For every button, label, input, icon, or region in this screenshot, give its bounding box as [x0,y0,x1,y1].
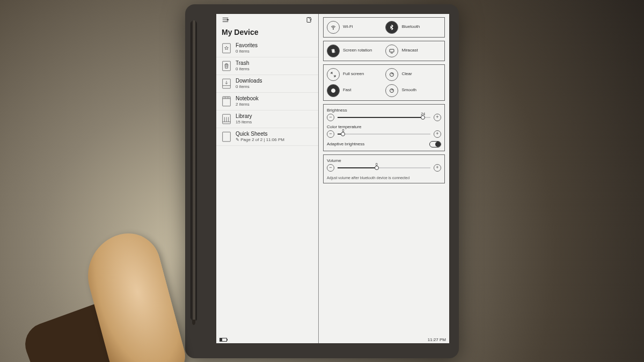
colortemp-plus-button[interactable]: + [434,130,441,138]
rotation-icon [327,45,340,57]
folder-text: Downloads 0 items [236,78,262,90]
folder-sub: 0 items [236,49,258,54]
brightness-minus-button[interactable]: − [327,114,334,121]
colortemp-slider[interactable]: 0 [338,134,430,135]
folder-sub: 2 items [236,102,259,107]
brightness-slider[interactable]: 24 [338,117,430,118]
refresh-panel: Full screen Clear Fast [323,64,445,101]
miracast-label: Miracast [401,48,418,53]
volume-plus-button[interactable]: + [434,164,441,172]
brightness-plus-button[interactable]: + [434,114,441,121]
left-topbar [216,14,318,26]
screen: My Device Favorites 0 items [216,14,449,343]
star-folder-icon [222,42,231,54]
fullscreen-label: Full screen [343,72,364,77]
folder-downloads[interactable]: Downloads 0 items [216,75,318,93]
folder-list: Favorites 0 items Trash 0 items [216,40,318,146]
page-title: My Device [216,26,318,40]
volume-value: 0 [376,162,378,166]
volume-label: Volume [327,158,441,163]
adaptive-label: Adaptive brightness [327,142,364,146]
left-pane: My Device Favorites 0 items [216,14,319,343]
fast-label: Fast [343,88,352,93]
svg-rect-9 [390,49,394,52]
folder-sub: ✎ Page 2 of 2 | 11:06 PM [236,137,284,143]
folder-text: Favorites 0 items [236,42,258,54]
fullscreen-toggle[interactable]: Full screen [327,68,383,81]
folder-name: Favorites [236,42,258,49]
notebook-folder-icon [222,95,231,107]
svg-rect-8 [332,49,334,53]
svg-rect-6 [223,132,231,142]
status-bar: 11:27 PM [216,337,449,343]
fast-icon [327,84,340,97]
folder-text: Quick Sheets ✎ Page 2 of 2 | 11:06 PM [236,131,284,143]
fullscreen-icon [327,68,340,81]
brightness-value: 24 [421,112,425,116]
trash-folder-icon [222,60,231,72]
sheet-folder-icon [222,131,231,143]
new-note-icon[interactable] [304,15,314,25]
folder-trash[interactable]: Trash 0 items [216,57,318,75]
folder-name: Library [236,113,252,120]
brightness-block: Brightness − 24 + [327,108,441,121]
rotation-label: Screen rotation [343,48,372,53]
clear-toggle[interactable]: Clear [385,68,441,81]
wifi-toggle[interactable]: Wi-Fi [327,21,383,34]
volume-hint: Adjust volume after bluetooth device is … [327,176,441,180]
wifi-label: Wi-Fi [343,25,353,29]
folder-sub: 15 items [236,120,252,125]
fast-toggle[interactable]: Fast [327,84,383,97]
folder-favorites[interactable]: Favorites 0 items [216,40,318,57]
miracast-toggle[interactable]: Miracast [385,45,441,57]
rotation-toggle[interactable]: Screen rotation [327,45,383,57]
clear-label: Clear [401,72,412,77]
download-folder-icon [222,78,231,90]
quick-settings-pane: Wi-Fi Bluetooth [319,14,449,343]
folder-notebook[interactable]: Notebook 2 items [216,93,318,110]
tablet-device: My Device Favorites 0 items [185,4,459,358]
miracast-icon [385,45,398,57]
wifi-icon [327,21,340,34]
folder-text: Trash 0 items [236,60,250,72]
folder-library[interactable]: Library 15 items [216,110,318,128]
adaptive-row: Adaptive brightness [327,141,441,147]
stylus-pen [191,20,197,321]
svg-point-7 [333,29,333,29]
folder-quick-sheets[interactable]: Quick Sheets ✎ Page 2 of 2 | 11:06 PM [216,128,318,146]
smooth-label: Smooth [401,88,416,93]
volume-minus-button[interactable]: − [327,164,334,172]
display-panel: Screen rotation Miracast [323,41,445,61]
volume-panel: Volume − 0 + Adjust volume after bluetoo… [323,154,445,183]
volume-block: Volume − 0 + [327,158,441,172]
folder-sub: 0 items [236,67,250,72]
folder-text: Library 15 items [236,113,252,125]
library-folder-icon [222,113,231,125]
colortemp-minus-button[interactable]: − [327,130,334,138]
menu-icon[interactable] [221,15,230,25]
bluetooth-toggle[interactable]: Bluetooth [385,21,441,34]
folder-text: Notebook 2 items [236,95,259,107]
connectivity-panel: Wi-Fi Bluetooth [323,17,445,38]
clear-icon [385,68,398,81]
adaptive-switch[interactable] [429,141,441,147]
brightness-panel: Brightness − 24 + Color temperature [323,104,445,151]
colortemp-value: 0 [342,129,344,132]
folder-sub: 0 items [236,84,262,90]
smooth-icon [385,84,398,97]
colortemp-block: Color temperature − 0 + [327,124,441,138]
smooth-toggle[interactable]: Smooth [385,84,441,97]
battery-icon [219,338,227,342]
bluetooth-label: Bluetooth [401,25,420,29]
folder-name: Quick Sheets [236,131,284,137]
bluetooth-icon [385,21,398,34]
folder-name: Trash [236,60,250,67]
svg-rect-4 [223,97,231,106]
svg-rect-1 [223,43,231,53]
volume-slider[interactable]: 0 [338,167,430,168]
clock: 11:27 PM [428,337,446,342]
folder-name: Notebook [236,95,259,102]
folder-name: Downloads [236,78,262,84]
